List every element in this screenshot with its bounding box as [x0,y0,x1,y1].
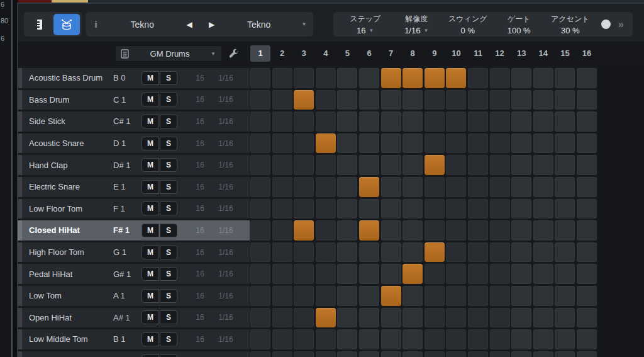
step-number[interactable]: 8 [402,45,423,62]
grid-cell[interactable] [381,264,401,284]
grid-cell[interactable] [381,111,401,132]
grid-cell[interactable] [425,90,445,110]
grid-cell[interactable] [359,155,379,175]
grid-cell[interactable] [577,177,597,197]
grid-cell[interactable] [468,329,488,349]
grid-cell[interactable] [446,242,466,263]
solo-button[interactable]: S [160,354,177,357]
grid-cell[interactable] [490,220,510,241]
grid-cell[interactable] [425,220,445,241]
step-number[interactable]: 5 [337,45,357,62]
grid-cell[interactable] [490,68,510,88]
track-resolution-value[interactable]: 1/16 [211,74,240,82]
grid-cell[interactable] [381,286,401,306]
track-row[interactable]: Low Floor TomF 1MS161/16 [18,199,250,219]
grid-cell[interactable] [381,133,401,154]
grid-cell[interactable] [250,111,270,132]
grid-cell[interactable] [446,133,466,154]
grid-cell[interactable] [294,264,314,284]
grid-cell[interactable] [316,133,336,154]
solo-button[interactable]: S [160,289,177,303]
grid-cell[interactable] [272,133,292,154]
track-steps-value[interactable]: 16 [189,269,211,278]
track-steps-value[interactable]: 16 [189,95,211,104]
grid-cell[interactable] [425,308,445,328]
track-row[interactable]: Pedal HiHatG# 1MS161/16 [18,264,250,284]
grid-cell[interactable] [250,286,270,306]
grid-cell[interactable] [402,286,423,306]
track-row[interactable]: Side StickC# 1MS161/16 [18,111,250,132]
row-drag-handle[interactable] [18,68,22,88]
grid-cell[interactable] [316,177,336,197]
track-row[interactable]: Low TomA 1MS161/16 [18,286,250,306]
grid-cell[interactable] [294,351,314,357]
grid-cell[interactable] [533,199,553,219]
grid-cell[interactable] [511,286,531,306]
grid-cell[interactable] [533,90,553,110]
grid-cell[interactable] [381,199,401,219]
row-drag-handle[interactable] [18,264,22,284]
track-steps-value[interactable]: 16 [189,139,211,148]
grid-cell[interactable] [359,242,379,263]
grid-cell[interactable] [337,199,357,219]
mute-button[interactable]: M [142,71,159,85]
track-steps-value[interactable]: 16 [189,248,211,257]
grid-cell[interactable] [490,351,510,357]
grid-cell[interactable] [337,242,357,263]
grid-cell[interactable] [577,133,597,154]
mute-button[interactable]: M [142,246,159,259]
grid-cell[interactable] [294,111,314,132]
grid-cell[interactable] [272,68,292,88]
grid-cell[interactable] [555,68,575,88]
track-steps-value[interactable]: 16 [189,313,211,322]
grid-cell[interactable] [468,308,488,328]
grid-cell[interactable] [468,155,488,175]
grid-cell[interactable] [272,242,292,263]
grid-cell[interactable] [425,133,445,154]
step-number[interactable]: 7 [381,45,401,62]
grid-cell[interactable] [402,329,423,349]
track-row[interactable]: Closed HiHatF# 1MS161/16 [18,220,250,241]
grid-cell[interactable] [359,329,379,349]
grid-cell[interactable] [446,329,466,349]
grid-cell[interactable] [272,286,292,306]
grid-cell[interactable] [316,286,336,306]
grid-cell[interactable] [316,329,336,349]
grid-cell[interactable] [402,351,423,357]
grid-cell[interactable] [555,199,575,219]
grid-cell[interactable] [577,308,597,328]
track-resolution-value[interactable]: 1/16 [211,204,240,213]
grid-cell[interactable] [468,242,488,263]
mute-button[interactable]: M [142,267,159,281]
step-number[interactable]: 14 [533,45,553,62]
grid-cell[interactable] [425,351,445,357]
grid-cell[interactable] [316,351,336,357]
mute-button[interactable]: M [142,332,159,346]
solo-button[interactable]: S [160,332,177,346]
track-resolution-value[interactable]: 1/16 [211,248,240,257]
next-pattern-button[interactable]: ▶ [206,20,218,29]
row-drag-handle[interactable] [18,308,22,328]
grid-cell[interactable] [337,329,357,349]
grid-cell[interactable] [425,111,445,132]
grid-cell[interactable] [577,155,597,175]
grid-cell[interactable] [402,308,423,328]
param-value[interactable]: 30 % [561,26,580,35]
row-drag-handle[interactable] [18,90,22,110]
solo-button[interactable]: S [160,224,177,237]
grid-cell[interactable] [272,351,292,357]
grid-cell[interactable] [250,220,270,241]
track-resolution-value[interactable]: 1/16 [211,139,240,148]
grid-cell[interactable] [490,155,510,175]
solo-button[interactable]: S [160,93,177,106]
grid-cell[interactable] [272,90,292,110]
step-number[interactable]: 9 [425,45,445,62]
track-steps-value[interactable]: 16 [189,74,211,82]
track-steps-value[interactable]: 16 [189,292,211,300]
grid-cell[interactable] [555,242,575,263]
grid-cell[interactable] [468,68,488,88]
track-row[interactable]: Bass DrumC 1MS161/16 [18,90,250,110]
grid-cell[interactable] [402,242,423,263]
pattern-name[interactable]: Tekno [106,20,179,30]
track-row[interactable]: Hand ClapD# 1MS161/16 [18,155,250,175]
